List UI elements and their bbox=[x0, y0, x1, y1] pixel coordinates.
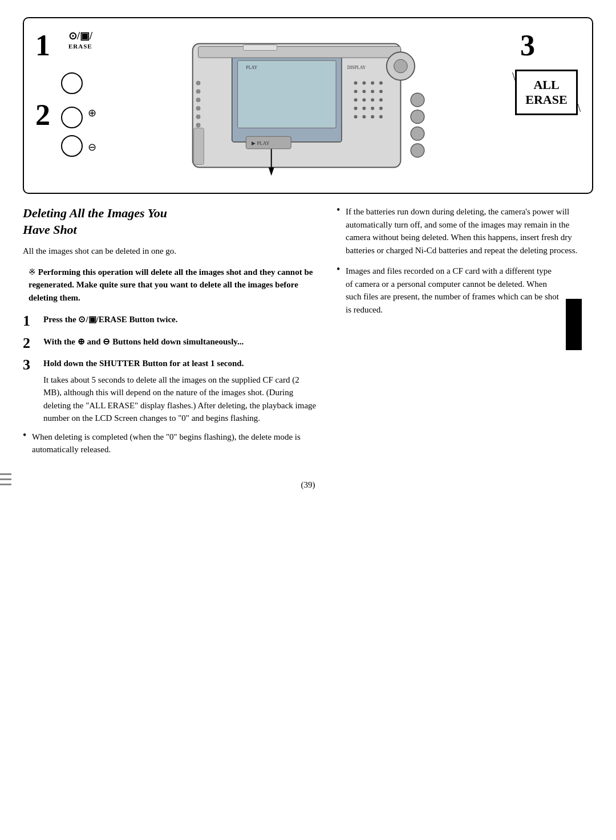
step-1-row: 1 Press the ⊙/▣/ERASE Button twice. bbox=[23, 313, 319, 330]
svg-point-36 bbox=[379, 115, 383, 119]
svg-point-31 bbox=[371, 107, 374, 110]
step-1-number: 1 bbox=[23, 313, 43, 330]
svg-rect-3 bbox=[198, 47, 401, 58]
svg-point-34 bbox=[362, 115, 366, 119]
slash-right: \ bbox=[577, 102, 581, 115]
step-3-detail-text: It takes about 5 seconds to delete all t… bbox=[43, 374, 319, 425]
right-bullet-1-item: • If the batteries run down during delet… bbox=[337, 205, 582, 257]
step-1-content: Press the ⊙/▣/ERASE Button twice. bbox=[43, 313, 177, 326]
step-3-bold-text: Hold down the SHUTTER Button for at leas… bbox=[43, 359, 244, 368]
diagram-plus-symbol: ⊕ bbox=[88, 107, 96, 119]
svg-point-30 bbox=[362, 107, 366, 110]
bullet-1-dot: • bbox=[23, 429, 32, 441]
svg-point-22 bbox=[362, 90, 366, 93]
svg-text:▶ PLAY: ▶ PLAY bbox=[252, 140, 270, 146]
right-bullet-2-wrapper: Images and files recorded on a CF card w… bbox=[346, 265, 582, 350]
diagram-step1-label: 1 bbox=[35, 29, 50, 62]
asterisk-symbol: ※ bbox=[29, 267, 36, 277]
svg-point-28 bbox=[379, 98, 383, 102]
section-title: Deleting All the Images You Have Shot bbox=[23, 205, 319, 238]
svg-point-25 bbox=[354, 98, 358, 102]
svg-point-10 bbox=[411, 144, 424, 157]
svg-point-15 bbox=[196, 115, 201, 119]
svg-point-20 bbox=[379, 82, 383, 85]
svg-point-5 bbox=[394, 59, 408, 73]
page-number: (39) bbox=[0, 480, 616, 490]
right-bullet-2-dot: • bbox=[337, 263, 346, 275]
erase-icon-top: ⊙/▣/ ERASE bbox=[68, 30, 92, 50]
bullet-1-text: When deleting is completed (when the "0"… bbox=[32, 431, 319, 456]
step-1-text: Press the ⊙/▣/ERASE Button twice. bbox=[43, 315, 177, 324]
warning-note: ※ Performing this operation will delete … bbox=[23, 266, 319, 305]
black-decorative-box bbox=[566, 299, 582, 350]
svg-point-26 bbox=[362, 98, 366, 102]
svg-point-9 bbox=[411, 127, 424, 140]
step-3-row: 3 Hold down the SHUTTER Button for at le… bbox=[23, 357, 319, 425]
diagram-step3-label: 3 bbox=[520, 29, 535, 62]
right-bullet-1-text: If the batteries run down during deletin… bbox=[346, 205, 582, 257]
camera-illustration: PLAY DISPLAY ▶ PLAY bbox=[112, 27, 487, 184]
step-3-number: 3 bbox=[23, 357, 43, 374]
warning-bold: Performing this operation will delete al… bbox=[29, 267, 313, 302]
svg-point-33 bbox=[354, 115, 358, 119]
erase-symbols: ⊙/▣/ bbox=[68, 30, 92, 42]
step-2-row: 2 With the ⊕ and ⊖ Buttons held down sim… bbox=[23, 335, 319, 352]
diagram-button-circle-1 bbox=[61, 72, 83, 94]
svg-point-7 bbox=[411, 93, 424, 107]
diagram-step2-label: 2 bbox=[35, 98, 50, 132]
svg-point-32 bbox=[379, 107, 383, 110]
svg-point-12 bbox=[196, 89, 201, 94]
svg-point-35 bbox=[371, 115, 374, 119]
svg-point-24 bbox=[379, 90, 383, 93]
svg-point-29 bbox=[354, 107, 358, 110]
svg-text:DISPLAY: DISPLAY bbox=[347, 65, 366, 70]
step-2-text: With the ⊕ and ⊖ Buttons held down simul… bbox=[43, 337, 244, 346]
warning-text: ※ Performing this operation will delete … bbox=[29, 266, 319, 305]
diagram-box: 1 ⊙/▣/ ERASE 2 ⊕ ⊖ bbox=[23, 17, 593, 194]
svg-point-19 bbox=[371, 82, 374, 85]
right-bullet-2-item: • Images and files recorded on a CF card… bbox=[337, 265, 582, 350]
svg-point-8 bbox=[411, 110, 424, 124]
slash-left: \ bbox=[512, 70, 516, 83]
svg-point-11 bbox=[196, 81, 201, 86]
all-text: ALL bbox=[533, 78, 559, 92]
intro-text: All the images shot can be deleted in on… bbox=[23, 245, 319, 258]
step-2-number: 2 bbox=[23, 335, 43, 352]
left-mark-1 bbox=[0, 473, 11, 475]
diagram-minus-symbol: ⊖ bbox=[88, 141, 96, 153]
diagram-button-circle-2 bbox=[61, 107, 83, 128]
svg-point-13 bbox=[196, 98, 201, 102]
right-bullet-2-text: Images and files recorded on a CF card w… bbox=[346, 266, 559, 314]
svg-point-16 bbox=[196, 123, 201, 128]
svg-rect-6 bbox=[243, 45, 277, 51]
left-edge-marks bbox=[0, 473, 17, 485]
step-2-content: With the ⊕ and ⊖ Buttons held down simul… bbox=[43, 335, 244, 348]
svg-point-14 bbox=[196, 106, 201, 111]
page-container: 1 ⊙/▣/ ERASE 2 ⊕ ⊖ bbox=[0, 17, 616, 840]
svg-point-21 bbox=[354, 90, 358, 93]
left-mark-2 bbox=[0, 478, 11, 480]
right-bullet-1-dot: • bbox=[337, 204, 346, 216]
bullet-1-item: • When deleting is completed (when the "… bbox=[23, 431, 319, 456]
diagram-erase-text: ERASE bbox=[525, 92, 567, 107]
svg-marker-38 bbox=[269, 167, 274, 176]
svg-point-27 bbox=[371, 98, 374, 102]
svg-point-23 bbox=[371, 90, 374, 93]
step-3-content: Hold down the SHUTTER Button for at leas… bbox=[43, 357, 319, 425]
erase-label: ERASE bbox=[68, 43, 92, 50]
svg-point-18 bbox=[362, 82, 366, 85]
svg-point-17 bbox=[354, 82, 358, 85]
main-content: Deleting All the Images You Have Shot Al… bbox=[23, 205, 593, 463]
svg-text:PLAY: PLAY bbox=[246, 65, 257, 70]
right-column: • If the batteries run down during delet… bbox=[337, 205, 582, 463]
svg-rect-41 bbox=[194, 128, 204, 164]
left-mark-3 bbox=[0, 484, 11, 485]
all-erase-box: \ ALL ERASE \ bbox=[515, 70, 578, 115]
svg-rect-2 bbox=[238, 60, 337, 128]
diagram-button-circle-3 bbox=[61, 135, 83, 157]
left-column: Deleting All the Images You Have Shot Al… bbox=[23, 205, 319, 463]
